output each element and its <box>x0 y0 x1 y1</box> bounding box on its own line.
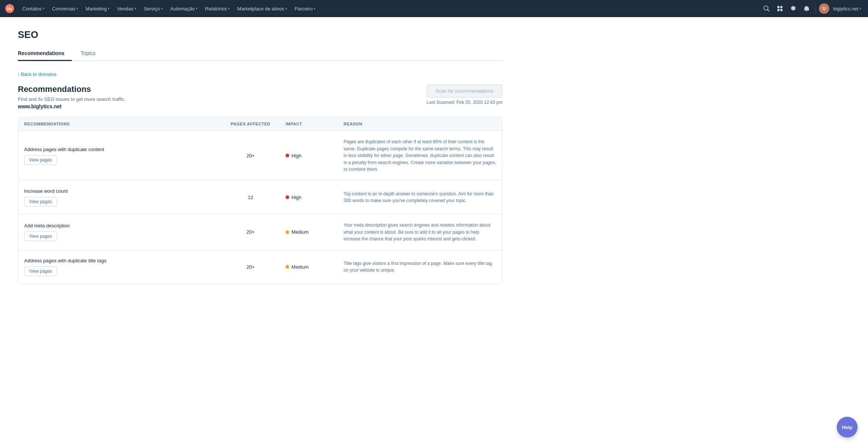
tab-topics[interactable]: Topics <box>81 47 103 61</box>
recommendations-header: Recommendations Find and fix SEO issues … <box>18 84 503 109</box>
chevron-down-icon: ▾ <box>285 7 287 10</box>
chevron-down-icon: ▾ <box>228 7 230 10</box>
reason-text-3: Title tags give visitors a first impress… <box>343 260 496 274</box>
avatar[interactable]: U <box>819 3 829 14</box>
col-header-pages: PAGES AFFECTED <box>222 117 280 131</box>
chevron-down-icon: ▾ <box>135 7 136 10</box>
svg-rect-3 <box>777 9 780 11</box>
pages-count-3: 20+ <box>228 264 274 270</box>
top-navigation: Contatos ▾ Conversas ▾ Marketing ▾ Venda… <box>0 0 868 17</box>
chevron-left-icon: ‹ <box>18 72 19 77</box>
settings-button[interactable] <box>787 3 799 15</box>
rec-name-2: Add meta description <box>24 223 216 228</box>
col-header-recommendations: RECOMMENDATIONS <box>18 117 222 131</box>
rec-cell-0: Address pages with duplicate content Vie… <box>18 131 222 181</box>
nav-parceiro[interactable]: Parceiro ▾ <box>292 0 319 17</box>
chevron-down-icon: ▾ <box>43 7 45 10</box>
table-row: Increase word count View pages 12 High T… <box>18 180 502 214</box>
rec-name-0: Address pages with duplicate content <box>24 147 216 152</box>
impact-dot-2 <box>285 230 289 234</box>
table-row: Address pages with duplicate content Vie… <box>18 131 502 181</box>
back-to-domains-link[interactable]: ‹ Back to domains <box>18 71 503 77</box>
recommendations-table: RECOMMENDATIONS PAGES AFFECTED IMPACT RE… <box>18 117 503 284</box>
nav-marketplace[interactable]: Marketplace de ativos ▾ <box>234 0 290 17</box>
table-header: RECOMMENDATIONS PAGES AFFECTED IMPACT RE… <box>18 117 502 131</box>
pages-cell-3: 20+ <box>222 250 280 284</box>
impact-cell-1: High <box>280 180 338 214</box>
rec-cell-2: Add meta description View pages <box>18 214 222 250</box>
rec-cell-3: Address pages with duplicate title tags … <box>18 250 222 284</box>
topnav-right-actions: U biglytics.net ▾ <box>761 3 864 15</box>
tab-bar: Recommendations Topics <box>18 47 503 61</box>
reason-text-0: Pages are duplicates of each other if at… <box>343 138 496 173</box>
impact-dot-1 <box>285 195 289 199</box>
chevron-down-icon: ▾ <box>859 7 861 10</box>
recommendations-subtitle: Find and fix SEO issues to get more sear… <box>18 96 126 102</box>
impact-label-2: Medium <box>291 229 309 235</box>
svg-rect-1 <box>777 6 780 8</box>
nav-divider <box>816 4 816 13</box>
chevron-down-icon: ▾ <box>196 7 198 10</box>
pages-cell-2: 20+ <box>222 214 280 250</box>
table-body: Address pages with duplicate content Vie… <box>18 131 502 284</box>
recommendations-domain: www.biglytics.net <box>18 103 126 109</box>
impact-cell-0: High <box>280 131 338 181</box>
nav-conversas[interactable]: Conversas ▾ <box>49 0 81 17</box>
nav-automacao[interactable]: Automação ▾ <box>167 0 201 17</box>
nav-servico[interactable]: Serviço ▾ <box>141 0 166 17</box>
pages-count-0: 20+ <box>228 153 274 159</box>
impact-dot-3 <box>285 265 289 269</box>
table-row: Add meta description View pages 20+ Medi… <box>18 214 502 250</box>
view-pages-button-2[interactable]: View pages <box>24 231 57 241</box>
page-content: SEO Recommendations Topics ‹ Back to dom… <box>0 17 520 296</box>
chevron-down-icon: ▾ <box>108 7 110 10</box>
reason-text-1: Top content is an in-depth answer to som… <box>343 191 496 204</box>
nav-relatorios[interactable]: Relatórios ▾ <box>202 0 233 17</box>
page-title: SEO <box>18 29 503 41</box>
reason-cell-2: Your meta description gives search engin… <box>338 214 502 250</box>
last-scanned-label: Last Scanned: Feb 20, 2020 12:43 pm <box>427 100 503 105</box>
marketplace-icon-btn[interactable] <box>774 3 786 15</box>
main-content: ‹ Back to domains Recommendations Find a… <box>18 61 503 284</box>
recommendations-title: Recommendations <box>18 84 126 94</box>
pages-cell-1: 12 <box>222 180 280 214</box>
impact-label-1: High <box>291 195 301 200</box>
nav-vendas[interactable]: Vendas ▾ <box>114 0 139 17</box>
scan-for-recommendations-button[interactable]: Scan for recommendations <box>427 84 503 97</box>
rec-name-1: Increase word count <box>24 188 216 194</box>
impact-cell-2: Medium <box>280 214 338 250</box>
table-row: Address pages with duplicate title tags … <box>18 250 502 284</box>
view-pages-button-0[interactable]: View pages <box>24 155 57 165</box>
reason-cell-3: Title tags give visitors a first impress… <box>338 250 502 284</box>
reason-text-2: Your meta description gives search engin… <box>343 222 496 243</box>
impact-label-3: Medium <box>291 264 309 270</box>
impact-dot-0 <box>285 154 289 157</box>
impact-cell-3: Medium <box>280 250 338 284</box>
chevron-down-icon: ▾ <box>161 7 163 10</box>
reason-cell-0: Pages are duplicates of each other if at… <box>338 131 502 181</box>
impact-label-0: High <box>291 153 301 159</box>
svg-rect-4 <box>780 9 783 11</box>
notifications-button[interactable] <box>801 3 813 15</box>
chevron-down-icon: ▾ <box>314 7 316 10</box>
hubspot-logo[interactable] <box>4 3 15 14</box>
rec-name-3: Address pages with duplicate title tags <box>24 258 216 263</box>
pages-count-2: 20+ <box>228 229 274 235</box>
recommendations-info: Recommendations Find and fix SEO issues … <box>18 84 126 109</box>
view-pages-button-3[interactable]: View pages <box>24 266 57 276</box>
pages-cell-0: 20+ <box>222 131 280 181</box>
domain-selector[interactable]: biglytics.net ▾ <box>831 6 864 12</box>
svg-rect-2 <box>780 6 783 8</box>
nav-marketing[interactable]: Marketing ▾ <box>83 0 113 17</box>
rec-cell-1: Increase word count View pages <box>18 180 222 214</box>
nav-contatos[interactable]: Contatos ▾ <box>19 0 48 17</box>
search-button[interactable] <box>761 3 772 15</box>
view-pages-button-1[interactable]: View pages <box>24 197 57 207</box>
chevron-down-icon: ▾ <box>76 7 78 10</box>
tab-recommendations[interactable]: Recommendations <box>18 47 72 61</box>
pages-count-1: 12 <box>228 195 274 200</box>
reason-cell-1: Top content is an in-depth answer to som… <box>338 180 502 214</box>
col-header-impact: IMPACT <box>280 117 338 131</box>
col-header-reason: REASON <box>338 117 502 131</box>
scan-section: Scan for recommendations Last Scanned: F… <box>427 84 503 105</box>
